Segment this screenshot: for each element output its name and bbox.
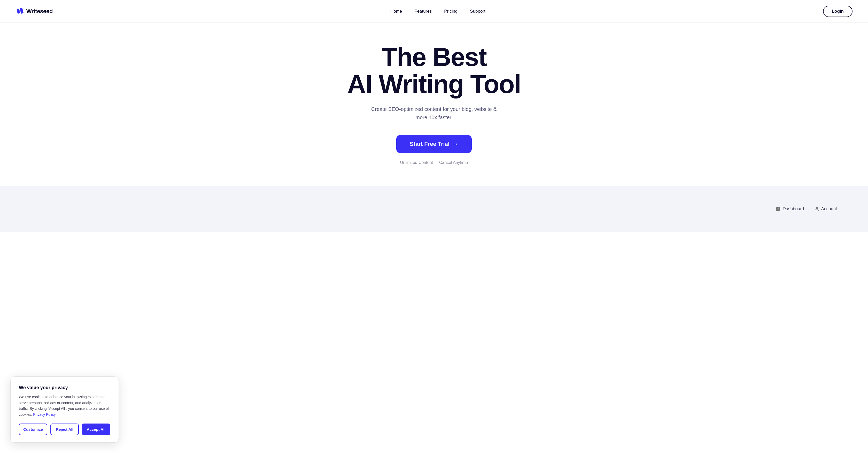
navigation: Writeseed Home Features Pricing Support …: [0, 0, 868, 23]
strip-dashboard-label: Dashboard: [782, 206, 804, 211]
strip-account: Account: [814, 206, 837, 211]
account-icon: [814, 206, 819, 211]
hero-section: The Best AI Writing Tool Create SEO-opti…: [0, 23, 868, 175]
svg-rect-5: [778, 209, 780, 211]
strip-account-label: Account: [821, 206, 837, 211]
svg-rect-3: [778, 207, 780, 209]
strip-dashboard: Dashboard: [776, 206, 804, 211]
start-trial-button[interactable]: Start Free Trial →: [396, 135, 472, 153]
nav-features[interactable]: Features: [414, 9, 432, 14]
dashboard-icon: [776, 206, 780, 211]
svg-rect-2: [776, 207, 778, 209]
nav-pricing[interactable]: Pricing: [444, 9, 458, 14]
hero-badges: Unlimited Content Cancel Anytime: [400, 160, 468, 165]
badge-unlimited: Unlimited Content: [400, 160, 433, 165]
hero-subtitle: Create SEO-optimized content for your bl…: [369, 105, 499, 121]
logo-text: Writeseed: [26, 8, 53, 15]
badge-cancel: Cancel Anytime: [439, 160, 468, 165]
hero-title: The Best AI Writing Tool: [347, 44, 521, 98]
logo[interactable]: Writeseed: [16, 7, 53, 16]
login-button[interactable]: Login: [823, 6, 852, 17]
svg-rect-1: [20, 7, 24, 14]
app-preview-strip: Dashboard Account: [0, 186, 868, 232]
svg-rect-4: [776, 209, 778, 211]
arrow-icon: →: [453, 141, 458, 147]
cta-label: Start Free Trial: [410, 141, 450, 147]
nav-support[interactable]: Support: [470, 9, 486, 14]
svg-point-6: [816, 207, 818, 209]
nav-home[interactable]: Home: [390, 9, 402, 14]
logo-icon: [16, 7, 24, 16]
nav-links: Home Features Pricing Support: [390, 9, 486, 14]
svg-rect-0: [17, 8, 20, 14]
